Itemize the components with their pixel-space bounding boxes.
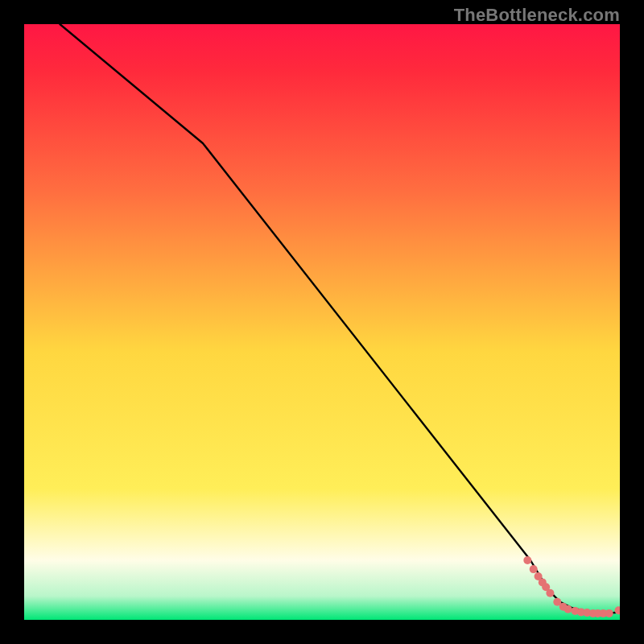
data-point [523, 556, 531, 564]
data-layer [24, 24, 620, 620]
chart-frame: TheBottleneck.com [0, 0, 644, 644]
watermark-label: TheBottleneck.com [454, 5, 620, 26]
data-point [546, 589, 554, 597]
plot-area [24, 24, 620, 620]
data-points [523, 556, 620, 617]
data-point [564, 605, 572, 613]
data-point [605, 609, 613, 617]
data-point [530, 565, 538, 573]
bottleneck-curve [60, 24, 620, 613]
